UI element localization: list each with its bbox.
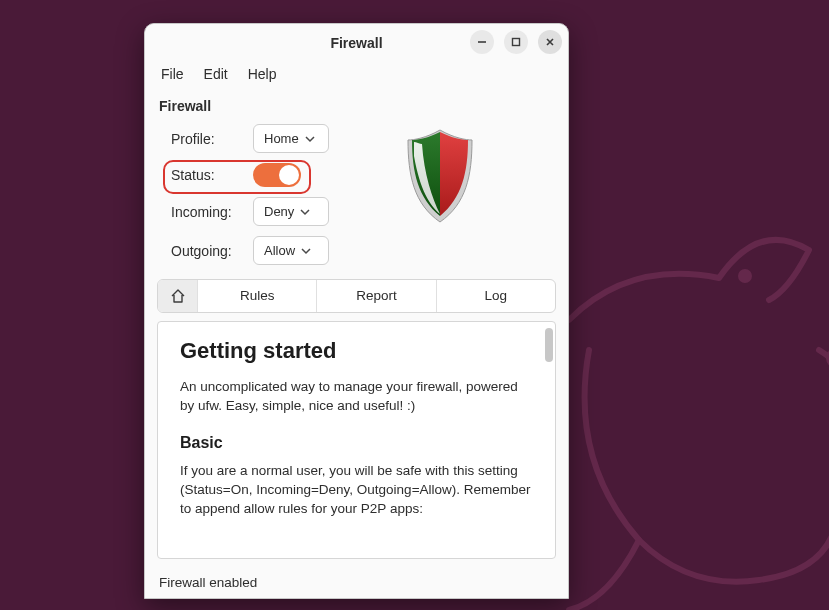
content-heading: Getting started (180, 338, 533, 364)
chevron-down-icon (300, 207, 310, 217)
svg-point-0 (741, 272, 749, 280)
tab-log[interactable]: Log (437, 280, 555, 312)
titlebar: Firewall (145, 24, 568, 62)
minimize-button[interactable] (470, 30, 494, 54)
close-button[interactable] (538, 30, 562, 54)
section-title: Firewall (145, 90, 568, 118)
scrollbar[interactable] (545, 328, 553, 362)
firewall-window: Firewall File Edit Help Firewall Profile… (144, 23, 569, 599)
profile-select[interactable]: Home (253, 124, 329, 153)
status-label: Status: (171, 167, 243, 183)
menu-help[interactable]: Help (240, 64, 285, 84)
content-subheading: Basic (180, 434, 533, 452)
settings-grid: Profile: Home Status: Incoming: Deny Out… (145, 118, 568, 279)
shield-icon (400, 126, 480, 226)
toggle-knob (279, 165, 299, 185)
content-paragraph: If you are a normal user, you will be sa… (180, 462, 533, 519)
outgoing-value: Allow (264, 243, 295, 258)
tab-rules[interactable]: Rules (198, 280, 317, 312)
profile-value: Home (264, 131, 299, 146)
chevron-down-icon (301, 246, 311, 256)
chevron-down-icon (305, 134, 315, 144)
maximize-button[interactable] (504, 30, 528, 54)
incoming-label: Incoming: (171, 204, 243, 220)
tabs: Rules Report Log (157, 279, 556, 313)
content-paragraph: An uncomplicated way to manage your fire… (180, 378, 533, 416)
outgoing-select[interactable]: Allow (253, 236, 329, 265)
profile-label: Profile: (171, 131, 243, 147)
svg-rect-3 (513, 39, 520, 46)
outgoing-label: Outgoing: (171, 243, 243, 259)
content-pane: Getting started An uncomplicated way to … (157, 321, 556, 559)
window-title: Firewall (330, 35, 382, 51)
menubar: File Edit Help (145, 62, 568, 90)
statusbar: Firewall enabled (145, 567, 568, 598)
incoming-value: Deny (264, 204, 294, 219)
menu-file[interactable]: File (153, 64, 192, 84)
menu-edit[interactable]: Edit (196, 64, 236, 84)
status-toggle[interactable] (253, 163, 301, 187)
tab-home[interactable] (158, 280, 198, 312)
tab-report[interactable]: Report (317, 280, 436, 312)
home-icon (170, 288, 186, 304)
incoming-select[interactable]: Deny (253, 197, 329, 226)
